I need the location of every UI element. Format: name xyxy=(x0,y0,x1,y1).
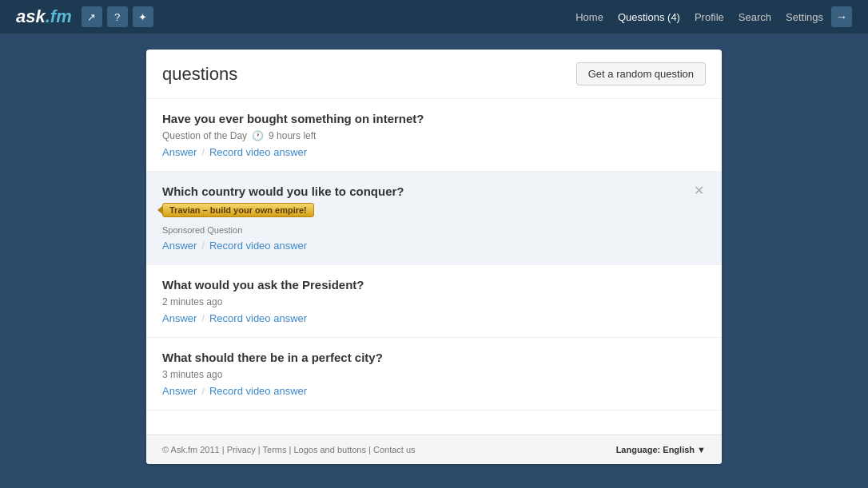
sponsored-content: Which country would you like to conquer?… xyxy=(162,184,404,235)
nav-profile[interactable]: Profile xyxy=(695,11,724,23)
twitter-icon-btn[interactable]: ✦ xyxy=(133,6,153,27)
answer-link-4[interactable]: Answer xyxy=(162,385,197,397)
question-time-1: 9 hours left xyxy=(269,130,316,141)
answer-link-2[interactable]: Answer xyxy=(162,240,197,252)
page-header: questions Get a random question xyxy=(146,50,722,99)
question-actions-2: Answer / Record video answer xyxy=(162,240,706,252)
question-text-2: Which country would you like to conquer? xyxy=(162,184,404,198)
footer-links: © Ask.fm 2011 | Privacy | Terms | Logos … xyxy=(162,445,416,454)
separator-4: / xyxy=(201,385,205,397)
question-text-3: What would you ask the President? xyxy=(162,278,706,292)
question-actions-3: Answer / Record video answer xyxy=(162,312,706,324)
sponsored-label: Sponsored Question xyxy=(162,225,404,235)
question-item-4: What should there be in a perfect city? … xyxy=(146,338,722,411)
question-actions-4: Answer / Record video answer xyxy=(162,385,706,397)
nav-questions[interactable]: Questions (4) xyxy=(618,11,680,23)
sponsored-tag: Travian – build your own empire! xyxy=(162,203,314,217)
sponsored-header: Which country would you like to conquer?… xyxy=(162,184,706,235)
page-footer: © Ask.fm 2011 | Privacy | Terms | Logos … xyxy=(146,434,722,464)
random-question-button[interactable]: Get a random question xyxy=(576,62,706,85)
nav-home[interactable]: Home xyxy=(575,11,603,23)
help-icon-btn[interactable]: ? xyxy=(107,6,128,27)
clock-icon: 🕐 xyxy=(252,130,264,141)
close-sponsored-button[interactable]: ✕ xyxy=(692,184,706,197)
footer-language: Language: English ▼ xyxy=(616,445,706,454)
footer-privacy[interactable]: Privacy xyxy=(227,445,256,454)
page-title: questions xyxy=(162,64,237,85)
video-answer-link-3[interactable]: Record video answer xyxy=(209,312,307,324)
question-meta-1: Question of the Day 🕐 9 hours left xyxy=(162,130,706,141)
question-time-3: 2 minutes ago xyxy=(162,296,706,307)
question-item-3: What would you ask the President? 2 minu… xyxy=(146,265,722,338)
main-container: questions Get a random question Have you… xyxy=(146,50,722,464)
footer-copyright: © Ask.fm 2011 xyxy=(162,445,220,454)
header-icon-group: ↗ ? ✦ xyxy=(82,6,153,27)
nav-settings[interactable]: Settings xyxy=(786,11,823,23)
question-item-1: Have you ever bought something on intern… xyxy=(146,99,722,172)
footer-terms[interactable]: Terms xyxy=(263,445,287,454)
question-text-1: Have you ever bought something on intern… xyxy=(162,112,706,125)
nav-search[interactable]: Search xyxy=(739,11,771,23)
footer-logos[interactable]: Logos and buttons xyxy=(293,445,366,454)
video-answer-link-2[interactable]: Record video answer xyxy=(209,240,307,252)
header: ask.fm ↗ ? ✦ Home Questions (4) Profile … xyxy=(0,0,868,34)
video-answer-link-4[interactable]: Record video answer xyxy=(209,385,307,397)
share-icon-btn[interactable]: ↗ xyxy=(82,6,102,27)
footer-contact[interactable]: Contact us xyxy=(373,445,416,454)
footer-language-value: English xyxy=(663,445,695,454)
answer-link-3[interactable]: Answer xyxy=(162,312,197,324)
question-text-4: What should there be in a perfect city? xyxy=(162,351,706,364)
separator-3: / xyxy=(201,312,205,324)
page-wrapper: questions Get a random question Have you… xyxy=(0,34,868,480)
question-actions-1: Answer / Record video answer xyxy=(162,146,706,158)
question-time-4: 3 minutes ago xyxy=(162,369,706,380)
chevron-down-icon: ▼ xyxy=(697,445,706,454)
main-nav: Home Questions (4) Profile Search Settin… xyxy=(575,11,823,23)
separator-2: / xyxy=(201,240,205,252)
separator-1: / xyxy=(201,146,205,158)
logo[interactable]: ask.fm xyxy=(16,6,72,27)
footer-language-label: Language: xyxy=(616,445,661,454)
question-of-day-label: Question of the Day xyxy=(162,130,247,141)
video-answer-link-1[interactable]: Record video answer xyxy=(209,146,307,158)
logout-button[interactable]: → xyxy=(831,6,852,27)
question-item-2-sponsored: Which country would you like to conquer?… xyxy=(146,172,722,265)
spacer xyxy=(146,411,722,434)
answer-link-1[interactable]: Answer xyxy=(162,146,197,158)
